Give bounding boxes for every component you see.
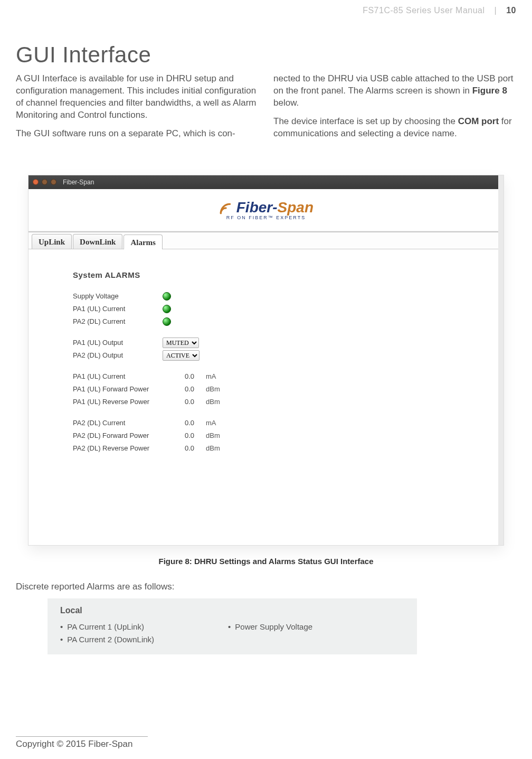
logo-text-left: Fiber- <box>236 199 278 215</box>
metric-unit: dBm <box>194 398 226 406</box>
metric-unit: mA <box>194 419 226 427</box>
local-list-col1: PA Current 1 (UpLink) PA Current 2 (Down… <box>60 621 154 646</box>
metric-label: PA2 (DL) Reverse Power <box>73 444 163 452</box>
metric-value: 0.0 <box>163 419 194 427</box>
section-title: GUI Interface <box>16 42 516 68</box>
metric-label: PA1 (UL) Current <box>73 372 163 380</box>
signal-arc-icon <box>218 202 232 215</box>
app-window: Fiber-Span Fiber-Span RF ON FIBER™ EXPER… <box>28 175 504 545</box>
row-metric-2: PA1 (UL) Forward Power 0.0 dBm <box>73 383 504 396</box>
label-supply-voltage: Supply Voltage <box>73 292 163 300</box>
manual-title: FS71C-85 Series User Manual <box>363 6 484 15</box>
status-led-icon <box>163 317 171 326</box>
metric-label: PA1 (UL) Reverse Power <box>73 398 163 406</box>
label-pa1-ul-current: PA1 (UL) Current <box>73 305 163 313</box>
row-pa1-ul-current-status: PA1 (UL) Current <box>73 303 504 315</box>
select-pa1-ul-output[interactable]: MUTED <box>163 338 199 348</box>
status-led-icon <box>163 305 171 313</box>
para4-bold: COM port <box>458 116 499 126</box>
para3-post: below. <box>273 98 299 108</box>
label-pa1-ul-output: PA1 (UL) Output <box>73 339 163 346</box>
footer-rule <box>16 736 148 737</box>
metric-value: 0.0 <box>163 372 194 380</box>
scrollbar[interactable] <box>498 175 504 545</box>
metric-label: PA2 (DL) Forward Power <box>73 432 163 439</box>
paragraph-4: The device interface is set up by choosi… <box>273 116 516 140</box>
window-titlebar: Fiber-Span <box>28 175 504 189</box>
discrete-intro: Discrete reported Alarms are as follows: <box>16 582 516 592</box>
row-pa2-dl-current-status: PA2 (DL) Current <box>73 315 504 328</box>
row-metric-1: PA1 (UL) Current 0.0 mA <box>73 370 504 383</box>
label-pa2-dl-current: PA2 (DL) Current <box>73 317 163 325</box>
metric-value: 0.0 <box>163 432 194 439</box>
window-maximize-icon[interactable] <box>51 179 56 185</box>
window-minimize-icon[interactable] <box>42 179 48 185</box>
page-header: FS71C-85 Series User Manual | 10 <box>16 0 516 21</box>
alarms-heading: System ALARMS <box>73 270 504 279</box>
list-item: PA Current 1 (UpLink) <box>60 621 154 633</box>
paragraph-1: A GUI Interface is available for use in … <box>16 73 259 121</box>
logo-tagline: RF ON FIBER™ EXPERTS <box>226 215 306 220</box>
metric-label: PA1 (UL) Forward Power <box>73 385 163 393</box>
tab-uplink[interactable]: UpLink <box>32 234 72 249</box>
local-alarms-box: Local PA Current 1 (UpLink) PA Current 2… <box>48 598 417 654</box>
page-number: 10 <box>506 6 516 15</box>
local-heading: Local <box>60 606 404 615</box>
para3-bold: Figure 8 <box>472 86 507 96</box>
metric-unit: dBm <box>194 444 226 452</box>
section-body: A GUI Interface is available for use in … <box>16 73 516 146</box>
logo-banner: Fiber-Span RF ON FIBER™ EXPERTS <box>28 189 504 231</box>
row-metric-6: PA2 (DL) Reverse Power 0.0 dBm <box>73 442 504 455</box>
figure-caption: Figure 8: DHRU Settings and Alarms Statu… <box>16 557 516 566</box>
paragraph-3: nected to the DHRU via USB cable attache… <box>273 73 516 109</box>
logo-text-right: Span <box>278 199 314 215</box>
row-pa2-dl-output: PA2 (DL) Output ACTIVE <box>73 349 504 362</box>
metric-value: 0.0 <box>163 398 194 406</box>
list-item: Power Supply Voltage <box>228 621 312 633</box>
status-led-icon <box>163 292 171 301</box>
row-metric-3: PA1 (UL) Reverse Power 0.0 dBm <box>73 396 504 408</box>
row-metric-5: PA2 (DL) Forward Power 0.0 dBm <box>73 429 504 442</box>
header-separator: | <box>495 6 497 15</box>
local-list-col2: Power Supply Voltage <box>228 621 312 646</box>
metric-value: 0.0 <box>163 444 194 452</box>
select-pa2-dl-output[interactable]: ACTIVE <box>163 350 200 361</box>
metric-unit: dBm <box>194 432 226 439</box>
tab-downlink[interactable]: DownLink <box>73 234 122 249</box>
window-title: Fiber-Span <box>63 179 94 186</box>
brand-logo: Fiber-Span RF ON FIBER™ EXPERTS <box>218 199 314 220</box>
metric-label: PA2 (DL) Current <box>73 419 163 427</box>
page-footer: Copyright © 2015 Fiber-Span <box>16 736 148 749</box>
tab-alarms[interactable]: Alarms <box>124 235 163 249</box>
paragraph-2: The GUI software runs on a separate PC, … <box>16 128 259 140</box>
label-pa2-dl-output: PA2 (DL) Output <box>73 351 163 359</box>
row-supply-voltage: Supply Voltage <box>73 290 504 303</box>
row-metric-4: PA2 (DL) Current 0.0 mA <box>73 417 504 429</box>
alarms-pane: System ALARMS Supply Voltage PA1 (UL) Cu… <box>28 249 504 545</box>
metric-value: 0.0 <box>163 385 194 393</box>
window-close-icon[interactable] <box>33 179 39 185</box>
list-item: PA Current 2 (DownLink) <box>60 633 154 646</box>
tab-bar: UpLink DownLink Alarms <box>28 231 504 249</box>
row-pa1-ul-output: PA1 (UL) Output MUTED <box>73 336 504 349</box>
copyright: Copyright © 2015 Fiber-Span <box>16 739 132 749</box>
metric-unit: mA <box>194 372 226 380</box>
metric-unit: dBm <box>194 385 226 393</box>
para4-pre: The device interface is set up by choosi… <box>273 116 458 126</box>
